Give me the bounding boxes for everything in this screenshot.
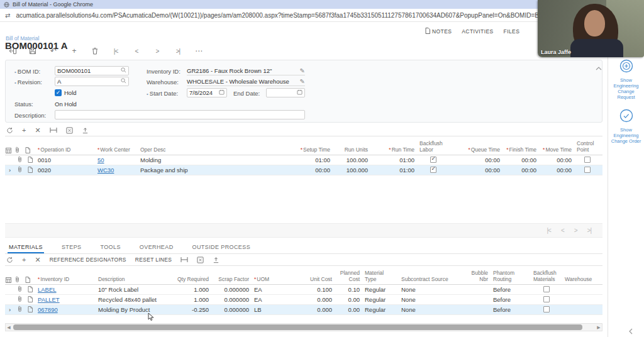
attachment-icon[interactable] — [14, 305, 25, 315]
grid-cell[interactable]: 00:00 — [450, 165, 502, 175]
tab-tools[interactable]: TOOLS — [99, 241, 121, 253]
url-text[interactable]: acumatica.parallelsolutions4u.com/PSAcum… — [16, 12, 619, 19]
page-previous-button[interactable]: < — [561, 227, 564, 234]
grid-cell[interactable]: Regular — [362, 305, 399, 315]
cell-link[interactable]: PALLET — [38, 296, 60, 303]
column-header[interactable]: Subcontract Source — [399, 266, 460, 285]
table-row[interactable]: ›0020WC30Package and ship00:00100.00001:… — [5, 165, 602, 175]
attachment-icon[interactable] — [14, 266, 25, 285]
grid-cell[interactable] — [460, 285, 491, 295]
add-row-icon[interactable]: + — [22, 126, 26, 134]
grid-cell[interactable]: None — [399, 285, 460, 295]
reference-designators-button[interactable]: REFERENCE DESIGNATORS — [50, 257, 126, 263]
description-field[interactable] — [55, 110, 305, 119]
grid-cell[interactable]: Regular — [362, 285, 399, 295]
grid-cell[interactable]: EA — [252, 285, 299, 295]
collapse-panel-icon[interactable] — [629, 326, 633, 337]
refresh-icon[interactable] — [6, 127, 13, 134]
grid-cell[interactable]: 100.000 — [333, 155, 370, 165]
grid-cell[interactable]: 00:00 — [450, 155, 502, 165]
grid-cell[interactable]: 0.000000 — [211, 295, 252, 305]
attachment-icon[interactable] — [14, 136, 25, 155]
attachment-icon[interactable] — [14, 295, 25, 305]
grid-cell[interactable]: None — [399, 305, 460, 315]
checkbox[interactable] — [543, 296, 550, 302]
grid-cell[interactable]: 00:00 — [502, 165, 539, 175]
go-first-button[interactable]: |< — [109, 46, 122, 56]
grid-cell[interactable]: -0.250 — [171, 305, 211, 315]
search-icon[interactable] — [121, 67, 126, 74]
grid-cell[interactable]: 0020 — [35, 165, 95, 175]
grid-cell[interactable]: 10" Rock Label — [96, 285, 171, 295]
grid-cell[interactable]: Molding By Product — [96, 305, 171, 315]
delete-row-icon[interactable]: ✕ — [35, 126, 40, 135]
grid-cell[interactable]: WC30 — [95, 165, 138, 175]
column-header[interactable]: Bubble Nbr — [460, 266, 491, 285]
grid-cell[interactable]: 0010 — [35, 155, 95, 165]
cell-link[interactable]: WC30 — [97, 167, 114, 174]
column-header[interactable]: Run Units — [333, 136, 370, 155]
grid-cell[interactable]: Recycled 48x40 pallet — [96, 295, 171, 305]
export-excel-icon[interactable] — [197, 257, 204, 263]
row-expander[interactable]: › — [5, 165, 14, 175]
scrollbar-thumb[interactable] — [13, 324, 582, 330]
calendar-icon[interactable] — [297, 89, 303, 96]
tab-switch-icon[interactable]: ⇄ — [5, 12, 10, 19]
checkbox-checked-icon[interactable]: ✓ — [55, 89, 62, 96]
column-header[interactable]: *Setup Time — [276, 136, 333, 155]
go-next-button[interactable]: > — [151, 46, 164, 56]
column-header[interactable]: *UOM — [252, 266, 299, 285]
cell-link[interactable]: 067890 — [38, 306, 58, 313]
bom-id-field[interactable] — [55, 66, 129, 75]
column-header[interactable]: ControlPoint — [574, 136, 601, 155]
tab-overhead[interactable]: OVERHEAD — [138, 241, 175, 253]
attachment-icon[interactable] — [14, 155, 25, 165]
column-header[interactable]: *Finish Time — [502, 136, 539, 155]
scroll-left-icon[interactable]: ◀ — [6, 325, 12, 330]
column-header[interactable]: *Operation ID — [35, 136, 95, 155]
column-header[interactable]: *Move Time — [539, 136, 574, 155]
note-icon[interactable] — [25, 285, 35, 295]
grid-cell[interactable]: 0.10 — [335, 285, 362, 295]
activities-button[interactable]: ACTIVITIES — [462, 28, 493, 35]
column-settings-icon[interactable] — [5, 266, 14, 285]
grid-cell[interactable]: 00:00 — [276, 165, 333, 175]
table-row[interactable]: PALLETRecycled 48x40 pallet1.0000.000000… — [5, 295, 602, 305]
checkbox[interactable] — [430, 157, 436, 163]
note-icon[interactable] — [25, 266, 35, 285]
revision-field[interactable] — [55, 77, 129, 86]
grid-cell[interactable]: 0.000 — [299, 305, 335, 315]
reset-lines-button[interactable]: RESET LINES — [135, 257, 172, 263]
grid-cell[interactable]: Before — [491, 305, 531, 315]
grid-cell[interactable] — [531, 285, 562, 295]
row-expander[interactable] — [5, 155, 14, 165]
grid-cell[interactable]: Package and ship — [138, 165, 276, 175]
grid-cell[interactable]: 0.100 — [299, 285, 335, 295]
fit-to-screen-icon[interactable] — [50, 127, 57, 133]
tab-outside-process[interactable]: OUTSIDE PROCESS — [191, 241, 252, 253]
grid-cell[interactable]: 100.000 — [333, 165, 370, 175]
checkbox[interactable] — [430, 167, 436, 173]
page-first-button[interactable]: |< — [547, 227, 550, 234]
column-header[interactable]: Qty Required — [171, 266, 211, 285]
go-last-button[interactable]: >| — [172, 46, 184, 56]
end-date-field[interactable] — [266, 88, 305, 97]
grid-cell[interactable]: Before — [491, 295, 531, 305]
row-expander[interactable]: › — [5, 305, 14, 315]
delete-button[interactable] — [89, 46, 101, 56]
refresh-icon[interactable] — [6, 257, 13, 263]
add-new-button[interactable]: + — [68, 46, 80, 56]
row-expander[interactable] — [5, 295, 14, 305]
column-header[interactable]: *Queue Time — [450, 136, 502, 155]
fit-to-screen-icon[interactable] — [180, 257, 188, 263]
table-row[interactable]: LABEL10" Rock Label1.0000.000000EA0.1000… — [5, 285, 602, 295]
grid-cell[interactable] — [562, 305, 589, 315]
note-icon[interactable] — [25, 155, 35, 165]
checkbox[interactable] — [543, 286, 550, 292]
tab-materials[interactable]: MATERIALS — [8, 241, 44, 253]
show-engineering-change-order-button[interactable]: Show Engineering Change Order — [611, 109, 641, 144]
more-options-button[interactable]: ⋯ — [192, 46, 205, 56]
column-header[interactable]: *Inventory ID — [35, 266, 96, 285]
grid-cell[interactable] — [460, 295, 491, 305]
grid-cell[interactable] — [562, 295, 589, 305]
